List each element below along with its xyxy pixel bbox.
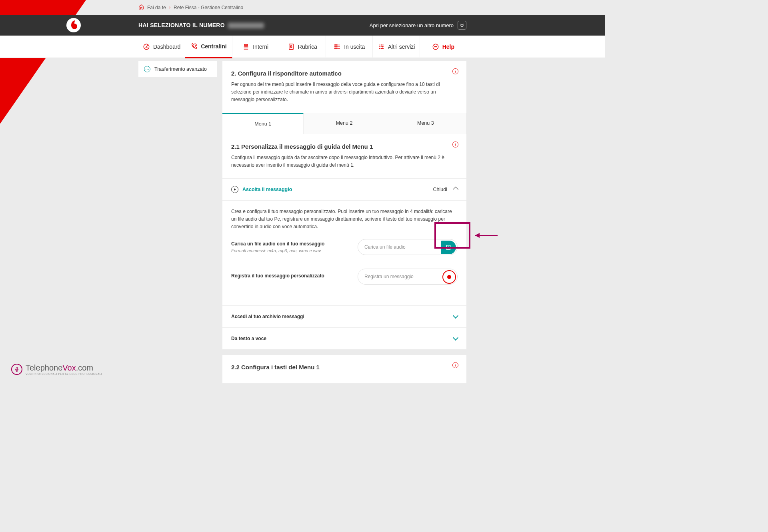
- expand-selector-button[interactable]: [458, 21, 466, 30]
- svg-point-13: [436, 46, 436, 47]
- archive-label: Accedi al tuo archivio messaggi: [231, 314, 304, 319]
- close-label[interactable]: Chiudi: [433, 187, 447, 192]
- archive-row[interactable]: Accedi al tuo archivio messaggi: [222, 305, 466, 327]
- record-button[interactable]: [442, 270, 456, 284]
- upload-row: Carica un file audio con il tuo messaggi…: [231, 239, 458, 255]
- svg-point-9: [336, 48, 337, 49]
- home-icon[interactable]: [138, 4, 144, 11]
- section-2-title: 2. Configura il risponditore automatico: [231, 70, 458, 77]
- callout-arrow: [475, 235, 498, 236]
- subtab-menu3[interactable]: Menu 3: [385, 113, 466, 134]
- section-22-header: i 2.2 Configura i tasti del Menu 1: [222, 355, 466, 383]
- nav-help[interactable]: Help: [420, 36, 466, 58]
- info-icon[interactable]: i: [452, 68, 458, 74]
- footer-brand: TelephoneVox.com Voci professionali per …: [11, 363, 102, 375]
- nav-altriservizi[interactable]: Altri servizi: [373, 36, 420, 58]
- upload-placeholder: Carica un file audio: [364, 244, 406, 250]
- footer-tagline: Voci professionali per aziende professio…: [26, 373, 102, 375]
- tts-row[interactable]: Da testo a voce: [222, 327, 466, 349]
- svg-point-4: [335, 44, 336, 45]
- listen-label[interactable]: Ascolta il messaggio: [242, 187, 292, 192]
- vodafone-logo-icon: [66, 18, 81, 32]
- svg-point-7: [336, 44, 337, 45]
- svg-rect-15: [16, 367, 18, 369]
- svg-point-5: [335, 46, 336, 47]
- config-body: Crea e configura il tuo messaggio person…: [222, 201, 466, 305]
- svg-point-11: [434, 46, 435, 47]
- sidebar: ⋯ Trasferimento avanzato: [138, 61, 217, 77]
- section-2-desc: Per ognuno dei tre menù puoi inserire il…: [231, 81, 458, 104]
- select-other-label: Apri per selezionare un altro numero: [370, 22, 454, 28]
- tts-label: Da testo a voce: [231, 336, 266, 341]
- section-21-title: 2.1 Personalizza il messaggio di guida d…: [231, 143, 458, 150]
- svg-point-8: [336, 46, 337, 47]
- svg-point-12: [435, 46, 436, 47]
- upload-hint: Formati ammessi: m4a, mp3, aac, wma e wa…: [231, 248, 324, 253]
- chevron-up-icon[interactable]: [453, 187, 458, 192]
- config-intro: Crea e configura il tuo messaggio person…: [231, 208, 458, 231]
- nav-rubrica[interactable]: Rubrica: [279, 36, 326, 58]
- info-icon[interactable]: i: [452, 362, 458, 368]
- play-button[interactable]: [231, 186, 238, 193]
- sidebar-item-label: Trasferimento avanzato: [154, 66, 207, 72]
- upload-button[interactable]: [441, 241, 456, 254]
- mic-icon: [11, 364, 22, 375]
- nav-centralini[interactable]: Centralini: [185, 36, 232, 58]
- chevron-down-icon: [453, 335, 458, 340]
- breadcrumb: Fai da te › Rete Fissa - Gestione Centra…: [138, 0, 466, 15]
- nav-dashboard[interactable]: Dashboard: [138, 36, 185, 58]
- phone-number-redacted: [228, 23, 264, 28]
- nav-interni[interactable]: Interni: [232, 36, 279, 58]
- info-icon[interactable]: i: [452, 141, 458, 147]
- section-21-desc: Configura il messaggio guida da far asco…: [231, 154, 458, 169]
- subtab-menu2[interactable]: Menu 2: [304, 113, 385, 134]
- upload-input[interactable]: Carica un file audio: [358, 239, 458, 255]
- breadcrumb-home[interactable]: Fai da te: [147, 5, 166, 10]
- record-row: Registra il tuo messaggio personalizzato…: [231, 269, 458, 285]
- subtab-menu1[interactable]: Menu 1: [222, 113, 304, 134]
- record-input[interactable]: Registra un messaggio: [358, 269, 458, 285]
- selected-number-label: HAI SELEZIONATO IL NUMERO: [138, 22, 264, 28]
- svg-point-6: [335, 48, 336, 49]
- nav-inuscita[interactable]: In uscita: [326, 36, 373, 58]
- sidebar-item-trasferimento[interactable]: ⋯ Trasferimento avanzato: [138, 61, 217, 77]
- section-21-header: i 2.1 Personalizza il messaggio di guida…: [222, 134, 466, 178]
- chevron-down-icon: [453, 313, 458, 318]
- chevron-right-icon: ›: [169, 5, 170, 10]
- breadcrumb-current: Rete Fissa - Gestione Centralino: [174, 5, 243, 10]
- footer-brand-text: TelephoneVox.com: [26, 363, 102, 373]
- record-title: Registra il tuo messaggio personalizzato: [231, 273, 324, 279]
- svg-point-3: [290, 46, 292, 47]
- transfer-icon: ⋯: [144, 66, 150, 72]
- menu-subtabs: Menu 1 Menu 2 Menu 3: [222, 113, 466, 134]
- section-22-title: 2.2 Configura i tasti del Menu 1: [231, 364, 458, 371]
- upload-title: Carica un file audio con il tuo messaggi…: [231, 241, 324, 247]
- content-panel: i 2. Configura il risponditore automatic…: [222, 61, 466, 383]
- listen-row: Ascolta il messaggio Chiudi: [222, 178, 466, 201]
- section-2-header: i 2. Configura il risponditore automatic…: [222, 61, 466, 113]
- record-placeholder: Registra un messaggio: [364, 274, 414, 279]
